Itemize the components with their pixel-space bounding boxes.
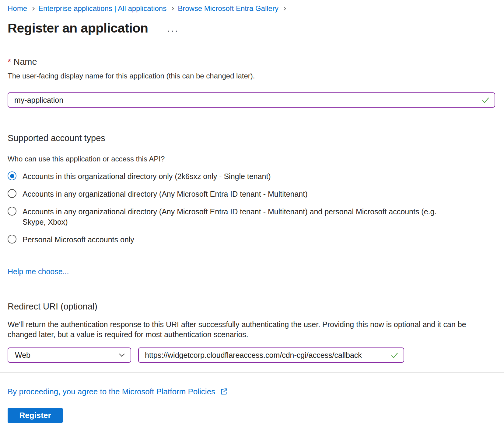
- breadcrumb-home-link[interactable]: Home: [8, 4, 27, 13]
- account-type-options: Accounts in this organizational director…: [8, 171, 495, 245]
- register-button[interactable]: Register: [8, 408, 63, 423]
- supported-account-types-heading: Supported account types: [8, 133, 495, 143]
- radio-label: Accounts in this organizational director…: [23, 171, 271, 181]
- radio-unselected-icon[interactable]: [8, 189, 16, 198]
- breadcrumb-entra-gallery-link[interactable]: Browse Microsoft Entra Gallery: [178, 4, 278, 13]
- radio-label: Accounts in any organizational directory…: [23, 206, 459, 227]
- radio-label: Personal Microsoft accounts only: [23, 234, 134, 245]
- chevron-down-icon: [119, 351, 124, 357]
- valid-check-icon: [481, 96, 490, 104]
- redirect-uri-row: Web: [8, 347, 495, 363]
- account-types-question: Who can use this application or access t…: [8, 155, 495, 163]
- name-description: The user-facing display name for this ap…: [8, 72, 495, 80]
- radio-unselected-icon[interactable]: [8, 235, 16, 244]
- radio-unselected-icon[interactable]: [8, 207, 16, 216]
- radio-single-tenant[interactable]: Accounts in this organizational director…: [8, 171, 495, 181]
- page-title: Register an application: [8, 21, 148, 36]
- breadcrumb-enterprise-applications-link[interactable]: Enterprise applications | All applicatio…: [38, 4, 166, 13]
- platform-select[interactable]: Web: [8, 347, 131, 363]
- required-marker: *: [8, 57, 11, 67]
- register-application-page: Home Enterprise applications | All appli…: [0, 0, 504, 423]
- redirect-uri-description: We'll return the authentication response…: [8, 320, 493, 340]
- platform-policies-link[interactable]: By proceeding, you agree to the Microsof…: [8, 387, 215, 396]
- radio-multitenant[interactable]: Accounts in any organizational directory…: [8, 189, 495, 199]
- valid-check-icon: [390, 351, 399, 359]
- help-me-choose-link[interactable]: Help me choose...: [8, 267, 69, 276]
- more-options-icon[interactable]: ···: [167, 29, 179, 32]
- breadcrumb: Home Enterprise applications | All appli…: [8, 4, 495, 13]
- divider: [0, 372, 504, 373]
- name-section-label: *Name: [8, 57, 495, 67]
- platform-select-value: Web: [15, 351, 30, 360]
- redirect-uri-input[interactable]: [138, 347, 404, 363]
- radio-multitenant-personal[interactable]: Accounts in any organizational directory…: [8, 206, 495, 227]
- chevron-right-icon: [31, 7, 35, 11]
- application-name-input[interactable]: [8, 92, 495, 108]
- uri-input-wrap: [138, 347, 404, 363]
- radio-selected-icon[interactable]: [8, 171, 16, 180]
- external-link-icon[interactable]: [219, 387, 228, 396]
- redirect-uri-heading: Redirect URI (optional): [8, 302, 495, 312]
- chevron-right-icon: [282, 7, 286, 11]
- name-label-text: Name: [13, 57, 37, 67]
- name-input-wrap: [8, 92, 495, 108]
- radio-label: Accounts in any organizational directory…: [23, 189, 308, 199]
- chevron-right-icon: [170, 7, 174, 11]
- radio-personal-only[interactable]: Personal Microsoft accounts only: [8, 234, 495, 245]
